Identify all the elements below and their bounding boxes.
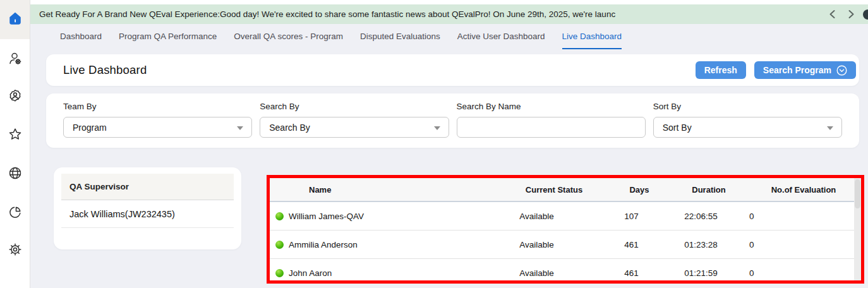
status-online-dot xyxy=(275,269,284,277)
search-by-select[interactable]: Search By xyxy=(260,117,449,138)
caret-down-icon xyxy=(827,126,833,130)
tab-dashboard[interactable]: Dashboard xyxy=(60,32,102,49)
search-program-button[interactable]: Search Program xyxy=(754,61,856,79)
supervisor-list-item[interactable]: Jack Williams(JW232435) xyxy=(61,200,234,228)
table-header-row: Name Current Status Days Duration No.of … xyxy=(270,178,854,202)
sort-by-value: Sort By xyxy=(663,123,692,133)
sidebar xyxy=(0,0,30,288)
team-by-label: Team By xyxy=(63,102,252,111)
col-header-name: Name xyxy=(289,185,494,195)
cell-name: Ammilia Anderson xyxy=(289,240,494,249)
cell-days: 461 xyxy=(598,240,665,249)
table-row[interactable]: William James-QAV Available 107 22:06:55… xyxy=(270,202,854,231)
qa-supervisor-panel: QA Supervisor Jack Williams(JW232435) xyxy=(54,167,241,249)
search-program-button-label: Search Program xyxy=(763,65,831,75)
filter-bar: Team By Program Search By Search By Sear… xyxy=(46,93,859,148)
cell-duration: 01:21:59 xyxy=(665,268,737,278)
cell-days: 107 xyxy=(598,212,665,221)
chevron-down-circle-icon xyxy=(836,65,847,76)
table-row[interactable]: John Aaron Available 461 01:21:59 0 xyxy=(270,259,854,280)
col-header-days: Days xyxy=(598,185,665,195)
tab-disputed-evaluations[interactable]: Disputed Evaluations xyxy=(360,32,440,49)
cell-current-status: Available xyxy=(494,268,598,278)
status-online-dot xyxy=(275,212,284,220)
cell-evaluations: 0 xyxy=(737,212,854,221)
cell-days: 461 xyxy=(598,268,665,278)
table-scrollbar[interactable] xyxy=(854,178,861,280)
settings-gear-icon[interactable] xyxy=(8,242,23,257)
sort-by-select[interactable]: Sort By xyxy=(653,117,842,138)
col-header-no-of-evaluation: No.of Evaluation xyxy=(737,185,854,195)
announcement-banner: Get Ready For A Brand New QEval Experien… xyxy=(30,4,868,24)
home-icon xyxy=(7,10,23,29)
status-online-dot xyxy=(275,241,284,249)
tab-overall-qa-scores-program[interactable]: Overall QA scores - Program xyxy=(234,32,343,49)
agent-badge-icon[interactable] xyxy=(8,88,23,104)
top-strip xyxy=(30,0,868,4)
filter-sort-by: Sort By Sort By xyxy=(653,102,842,148)
caret-down-icon xyxy=(434,126,440,130)
col-header-current-status: Current Status xyxy=(494,185,598,195)
filter-search-by: Search By Search By xyxy=(260,102,449,148)
page-title: Live Dashboard xyxy=(63,63,147,77)
page-header-card: Live Dashboard Refresh Search Program xyxy=(46,54,859,86)
filter-search-by-name: Search By Name xyxy=(457,102,646,148)
table-row[interactable]: Ammilia Anderson Available 461 01:23:28 … xyxy=(270,231,854,259)
globe-icon[interactable] xyxy=(8,165,23,181)
cell-evaluations: 0 xyxy=(737,268,854,278)
tab-active-user-dashboard[interactable]: Active User Dashboard xyxy=(457,32,545,49)
sort-by-label: Sort By xyxy=(653,102,842,111)
cell-name: John Aaron xyxy=(289,268,494,278)
banner-carousel-nav xyxy=(828,4,855,24)
search-by-value: Search By xyxy=(269,123,310,133)
refresh-button-label: Refresh xyxy=(704,65,737,75)
search-by-label: Search By xyxy=(260,102,449,111)
col-header-duration: Duration xyxy=(665,185,737,195)
team-by-value: Program xyxy=(73,123,107,133)
cell-evaluations: 0 xyxy=(737,240,854,249)
refresh-button[interactable]: Refresh xyxy=(696,61,746,79)
live-agent-table: Name Current Status Days Duration No.of … xyxy=(270,178,861,280)
caret-down-icon xyxy=(237,126,243,130)
pie-chart-icon[interactable] xyxy=(8,205,23,220)
tab-program-qa-performance[interactable]: Program QA Performance xyxy=(119,32,217,49)
cell-current-status: Available xyxy=(494,240,598,249)
cell-name: William James-QAV xyxy=(289,212,494,221)
live-agent-table-highlight: Name Current Status Days Duration No.of … xyxy=(267,175,864,284)
announcement-text: Get Ready For A Brand New QEval Experien… xyxy=(39,9,615,19)
search-by-name-input[interactable] xyxy=(457,117,646,138)
search-by-name-label: Search By Name xyxy=(457,102,646,111)
team-by-select[interactable]: Program xyxy=(63,117,252,138)
chevron-right-icon[interactable] xyxy=(847,9,855,19)
header-actions: Refresh Search Program xyxy=(696,61,856,79)
table-scrollbar-thumb[interactable] xyxy=(855,179,860,208)
nav-tabs: Dashboard Program QA Performance Overall… xyxy=(60,32,622,49)
tab-live-dashboard[interactable]: Live Dashboard xyxy=(562,32,622,49)
sidebar-item-home[interactable] xyxy=(0,0,30,39)
cell-duration: 01:23:28 xyxy=(665,240,737,249)
cell-current-status: Available xyxy=(494,212,598,221)
clipped-banner-icon xyxy=(863,9,868,20)
user-settings-icon[interactable] xyxy=(8,51,23,66)
chevron-left-icon[interactable] xyxy=(828,9,836,19)
filter-team-by: Team By Program xyxy=(63,102,252,148)
cell-duration: 22:06:55 xyxy=(665,212,737,221)
qa-supervisor-header: QA Supervisor xyxy=(61,174,234,200)
star-icon[interactable] xyxy=(8,127,23,142)
